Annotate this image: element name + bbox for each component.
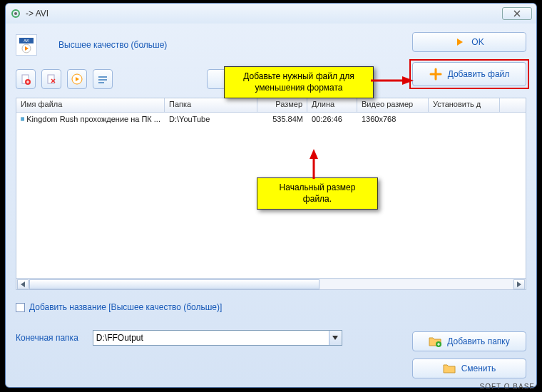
add-file-button[interactable]: Добавить файл [412,62,526,86]
ok-label: OK [471,37,484,47]
annotation-callout: Начальный размер файла. [257,177,378,210]
add-title-link[interactable]: Добавить название [Высшее качество (боль… [29,302,222,312]
cell-folder: D:\YouTube [165,114,257,124]
svg-rect-14 [98,82,104,83]
svg-marker-21 [517,282,521,287]
app-icon [10,8,21,19]
svg-rect-9 [48,75,54,83]
cell-length: 00:26:46 [307,114,357,124]
app-window: -> AVI AVI Высшее качество (больше) OK Д… [5,3,537,388]
watermark: SOFT O BASE [480,383,536,391]
add-folder-label: Добавить папку [447,336,509,346]
scroll-right-icon[interactable] [513,279,525,289]
th-folder[interactable]: Папка [165,98,257,112]
add-folder-button[interactable]: Добавить папку [412,331,526,351]
output-folder-value: D:\FFOutput [96,333,143,343]
svg-text:AVI: AVI [24,38,29,43]
svg-rect-19 [21,118,24,120]
folder-add-icon [429,336,441,347]
scroll-left-icon[interactable] [17,279,29,289]
th-size[interactable]: Размер [257,98,307,112]
table-row[interactable]: Kingdom Rush прохождение на ПК ... D:\Yo… [16,113,526,125]
close-button[interactable] [502,7,532,20]
change-button[interactable]: Сменить [412,359,526,378]
folder-icon [443,363,456,374]
annotation-callout: Добавьте нужный файл для уменьшения форм… [224,66,374,98]
cell-filename: Kingdom Rush прохождение на ПК ... [26,115,160,123]
horizontal-scrollbar[interactable] [16,278,526,289]
output-folder-select[interactable]: D:\FFOutput [93,330,342,346]
add-item-button[interactable] [16,69,36,89]
play-button[interactable] [67,69,87,89]
scroll-track[interactable] [29,279,513,289]
svg-point-1 [14,12,17,15]
plus-icon [429,68,442,81]
file-remove-icon [46,73,57,85]
cell-videosize: 1360x768 [357,114,429,124]
list-icon [97,73,108,85]
file-add-icon [20,73,31,85]
th-videosize[interactable]: Видео размер [357,98,429,112]
svg-marker-22 [332,336,338,340]
content-area: AVI Высшее качество (больше) OK Добавить… [6,24,536,387]
output-folder-label: Конечная папка [16,333,78,343]
th-length[interactable]: Длина [307,98,357,112]
scroll-thumb[interactable] [29,279,319,289]
th-filename[interactable]: Имя файла [16,98,165,112]
titlebar: -> AVI [6,4,536,24]
svg-marker-6 [457,38,463,46]
arrow-right-icon [454,36,466,48]
table-header: Имя файла Папка Размер Длина Видео разме… [16,98,526,113]
remove-item-button[interactable] [41,69,61,89]
ok-button[interactable]: OK [412,32,526,52]
video-file-icon [21,115,24,123]
cell-size: 535.84M [257,114,307,124]
svg-rect-13 [98,79,107,81]
cell-set [429,118,500,120]
th-set[interactable]: Установить д [429,98,500,112]
add-title-checkbox[interactable] [16,303,25,312]
window-title: -> AVI [26,9,502,19]
play-icon [71,73,83,85]
info-button[interactable] [93,69,113,89]
quality-link[interactable]: Высшее качество (больше) [58,40,167,50]
svg-marker-20 [21,282,25,287]
svg-rect-12 [98,76,107,78]
add-file-label: Добавить файл [448,69,510,79]
change-label: Сменить [461,363,496,373]
chevron-down-icon[interactable] [329,331,342,345]
format-icon: AVI [16,34,37,56]
